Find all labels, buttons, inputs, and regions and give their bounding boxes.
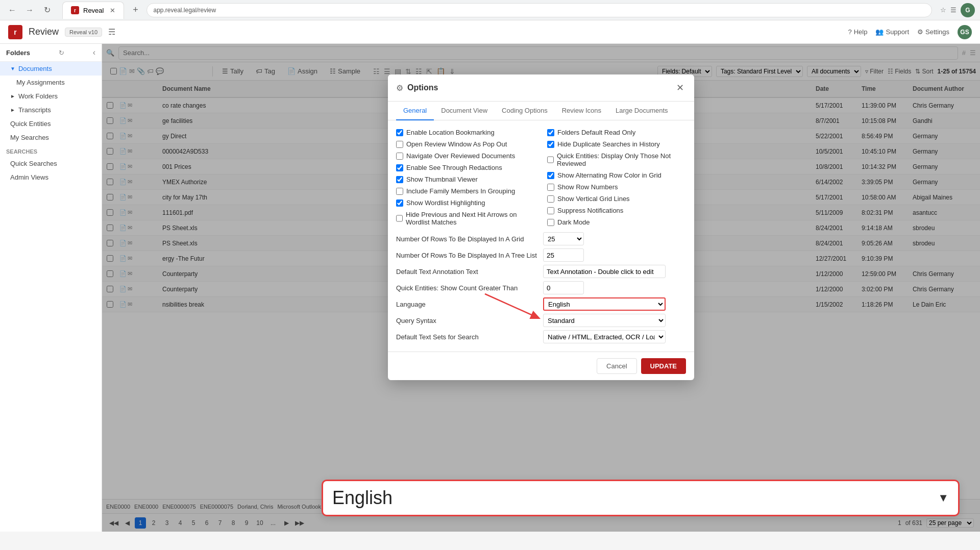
options-modal: ⚙ Options ✕ General Document View Coding… xyxy=(388,74,694,380)
help-link[interactable]: ? Help xyxy=(848,28,867,36)
sidebar-header: Folders ↻ ‹ xyxy=(0,44,102,62)
main-layout: Folders ↻ ‹ ▼ Documents My Assignments ►… xyxy=(0,44,980,532)
cb-row-numbers[interactable] xyxy=(547,184,554,191)
cb-label: Navigate Over Reviewed Documents xyxy=(406,152,515,160)
modal-footer: Cancel UPDATE xyxy=(388,352,694,380)
chevron-right-icon: ► xyxy=(10,93,15,99)
gear-icon: ⚙ xyxy=(396,83,403,93)
browser-icons: ☆ ☰ G xyxy=(940,3,975,17)
tab-favicon: r xyxy=(71,6,79,14)
rows-in-tree-label: Number Of Rows To Be Displayed In A Tree… xyxy=(396,252,539,259)
checkbox-open-review: Open Review Window As Pop Out xyxy=(396,140,535,148)
language-row: Language English French German Spanish J… xyxy=(396,297,686,311)
sidebar-item-my-assignments[interactable]: My Assignments xyxy=(0,76,102,89)
checkbox-vertical-grid: Show Vertical Grid Lines xyxy=(547,195,686,203)
annotation-row: Default Text Annotation Text xyxy=(396,265,686,278)
cb-enable-location[interactable] xyxy=(396,129,403,136)
support-link[interactable]: 👥 Support xyxy=(875,28,909,36)
sidebar-item-label: Admin Views xyxy=(10,173,48,181)
content-area: 🔍 # ☰ 📄 ✉ 📎 🏷 💬 ☰ Tally 🏷 Tag xyxy=(102,44,980,532)
cb-label: Enable See Through Redactions xyxy=(406,164,502,171)
entities-count-row: Quick Entities: Show Count Greater Than xyxy=(396,281,686,294)
cb-hide-arrows[interactable] xyxy=(396,215,403,222)
rows-in-tree-input[interactable] xyxy=(543,248,584,262)
cb-navigate-over[interactable] xyxy=(396,153,403,160)
app-header: r Review Reveal v10 ☴ ? Help 👥 Support ⚙… xyxy=(0,20,980,44)
cb-label: Suppress Notifications xyxy=(557,207,623,214)
rows-in-grid-row: Number Of Rows To Be Displayed In A Grid… xyxy=(396,232,686,245)
tab-close-btn[interactable]: ✕ xyxy=(110,7,115,14)
sidebar-refresh-icon[interactable]: ↻ xyxy=(59,49,64,57)
sidebar-item-quick-searches[interactable]: Quick Searches xyxy=(0,157,102,170)
address-bar[interactable]: app.reveal.legal/review xyxy=(146,3,932,17)
sidebar-item-my-searches[interactable]: My Searches xyxy=(0,131,102,144)
tab-coding-options[interactable]: Coding Options xyxy=(495,102,555,120)
sidebar-item-quick-entities[interactable]: Quick Entities xyxy=(0,117,102,131)
cb-open-review[interactable] xyxy=(396,141,403,148)
bookmark-icon[interactable]: ☆ xyxy=(940,6,946,14)
browser-tab[interactable]: r Reveal ✕ xyxy=(62,2,124,19)
rows-in-grid-input[interactable]: 2550100 xyxy=(543,232,584,245)
sidebar-item-admin-views[interactable]: Admin Views xyxy=(0,170,102,184)
text-sets-select[interactable]: Native / HTML, Extracted, OCR / Loaded, … xyxy=(543,330,666,343)
app-logo: r xyxy=(8,25,22,39)
app-title: Review xyxy=(29,27,59,37)
entities-count-input[interactable] xyxy=(543,281,584,294)
chevron-right-icon: ► xyxy=(10,107,15,113)
modal-title: Options xyxy=(407,83,438,92)
modal-close-btn[interactable]: ✕ xyxy=(674,82,686,94)
cb-family[interactable] xyxy=(396,188,403,195)
query-syntax-select[interactable]: Standard xyxy=(543,314,666,327)
cancel-button[interactable]: Cancel xyxy=(597,358,636,374)
cb-alt-row[interactable] xyxy=(547,172,554,179)
checkbox-navigate-over: Navigate Over Reviewed Documents xyxy=(396,152,535,160)
tab-large-documents[interactable]: Large Documents xyxy=(608,102,675,120)
cb-suppress[interactable] xyxy=(547,207,554,214)
cb-hide-dup[interactable] xyxy=(547,141,554,148)
tab-review-icons[interactable]: Review Icons xyxy=(555,102,608,120)
forward-btn[interactable]: → xyxy=(22,3,37,17)
cb-label: Hide Previous and Next Hit Arrows on Wor… xyxy=(406,211,535,226)
settings-link[interactable]: ⚙ Settings xyxy=(917,28,949,36)
back-btn[interactable]: ← xyxy=(5,3,19,17)
header-right: ? Help 👥 Support ⚙ Settings GS xyxy=(848,25,972,39)
language-select[interactable]: English French German Spanish Japanese xyxy=(543,297,666,311)
new-tab-btn[interactable]: + xyxy=(128,3,142,17)
sidebar-item-label: My Searches xyxy=(10,134,49,141)
checkbox-folders-read-only: Folders Default Read Only xyxy=(547,129,686,136)
refresh-btn[interactable]: ↻ xyxy=(40,3,54,17)
version-badge[interactable]: Reveal v10 xyxy=(65,28,102,37)
checkbox-thumbnail: Show Thumbnail Viewer xyxy=(396,176,535,183)
sidebar-item-transcripts[interactable]: ► Transcripts xyxy=(0,103,102,117)
cb-dark-mode[interactable] xyxy=(547,219,554,226)
checkbox-see-through: Enable See Through Redactions xyxy=(396,164,535,171)
sidebar-collapse-icon[interactable]: ‹ xyxy=(93,48,95,57)
tab-document-view[interactable]: Document View xyxy=(434,102,495,120)
checkbox-hide-arrows: Hide Previous and Next Hit Arrows on Wor… xyxy=(396,211,535,226)
annotation-input[interactable] xyxy=(543,265,666,278)
chevron-down-icon: ▼ xyxy=(10,66,15,71)
extensions-icon[interactable]: ☰ xyxy=(950,6,957,14)
cb-label: Open Review Window As Pop Out xyxy=(406,140,507,148)
cb-label: Folders Default Read Only xyxy=(557,129,635,136)
cb-wordlist[interactable] xyxy=(396,199,403,207)
cb-folders-read-only[interactable] xyxy=(547,129,554,136)
update-button[interactable]: UPDATE xyxy=(641,358,686,374)
tab-general[interactable]: General xyxy=(396,102,434,120)
language-label: Language xyxy=(396,301,539,308)
rows-in-tree-row: Number Of Rows To Be Displayed In A Tree… xyxy=(396,248,686,262)
checkbox-alt-row: Show Alternating Row Color in Grid xyxy=(547,171,686,179)
cb-thumbnail[interactable] xyxy=(396,176,403,183)
cb-label: Dark Mode xyxy=(557,218,590,226)
sidebar-item-label: Quick Entities xyxy=(10,120,51,128)
cb-quick-entities[interactable] xyxy=(547,156,554,163)
sidebar-item-label: Documents xyxy=(18,65,52,72)
folders-title: Folders xyxy=(6,49,30,57)
cb-vertical-grid[interactable] xyxy=(547,195,554,203)
sidebar-item-work-folders[interactable]: ► Work Folders xyxy=(0,89,102,103)
sidebar-item-documents[interactable]: ▼ Documents xyxy=(0,62,102,76)
enlarged-dropdown-box[interactable]: English ▼ xyxy=(322,480,960,516)
modal-tabs: General Document View Coding Options Rev… xyxy=(388,102,694,120)
cb-see-through[interactable] xyxy=(396,164,403,171)
analytics-icon[interactable]: ☴ xyxy=(108,27,115,37)
